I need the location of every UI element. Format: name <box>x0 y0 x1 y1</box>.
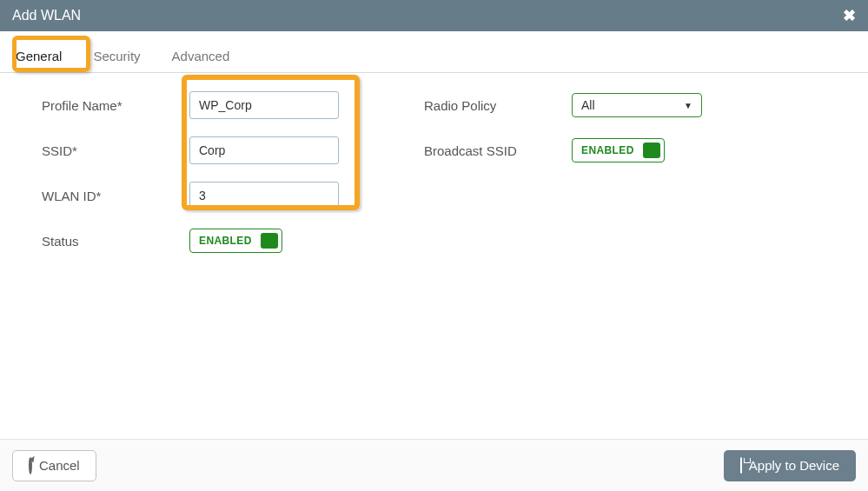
row-ssid: SSID* <box>42 136 398 165</box>
label-broadcast-ssid: Broadcast SSID <box>424 143 572 158</box>
status-toggle[interactable]: ENABLED <box>189 229 282 253</box>
label-status: Status <box>42 234 189 249</box>
tab-security[interactable]: Security <box>77 42 156 72</box>
tab-label: Advanced <box>172 49 230 63</box>
tab-label: General <box>16 49 62 63</box>
select-value: All <box>581 98 595 112</box>
label-profile-name: Profile Name* <box>42 98 189 113</box>
toggle-knob-icon <box>261 233 278 249</box>
form-column-right: Radio Policy All ▼ Broadcast SSID ENABLE… <box>424 90 789 255</box>
close-icon[interactable]: ✖ <box>843 8 856 23</box>
row-wlan-id: WLAN ID* <box>42 181 398 210</box>
tab-advanced[interactable]: Advanced <box>156 42 246 72</box>
tab-label: Security <box>93 49 140 63</box>
label-ssid: SSID* <box>42 143 189 158</box>
titlebar: Add WLAN ✖ <box>0 0 868 31</box>
label-radio-policy: Radio Policy <box>424 98 572 113</box>
broadcast-state: ENABLED <box>581 144 634 156</box>
form-body: Profile Name* SSID* WLAN ID* Status ENAB… <box>0 73 868 255</box>
apply-label: Apply to Device <box>749 458 839 473</box>
profile-name-input[interactable] <box>189 91 339 119</box>
cancel-button[interactable]: Cancel <box>12 450 96 481</box>
apply-button[interactable]: Apply to Device <box>724 450 856 481</box>
undo-icon <box>29 458 32 473</box>
form-column-left: Profile Name* SSID* WLAN ID* Status ENAB… <box>42 90 398 255</box>
dialog-title: Add WLAN <box>12 8 81 23</box>
tab-bar: General Security Advanced <box>0 31 868 73</box>
tab-general[interactable]: General <box>0 42 77 72</box>
row-radio-policy: Radio Policy All ▼ <box>424 90 789 120</box>
row-profile-name: Profile Name* <box>42 90 398 120</box>
wlan-id-input[interactable] <box>189 182 339 209</box>
label-wlan-id: WLAN ID* <box>42 189 189 203</box>
save-icon <box>740 458 742 473</box>
cancel-label: Cancel <box>39 458 80 473</box>
row-status: Status ENABLED <box>42 226 398 255</box>
status-state: ENABLED <box>199 235 252 247</box>
chevron-down-icon: ▼ <box>684 101 692 110</box>
footer-bar: Cancel Apply to Device <box>0 439 868 491</box>
radio-policy-select[interactable]: All ▼ <box>572 93 702 117</box>
toggle-knob-icon <box>643 143 660 158</box>
row-broadcast-ssid: Broadcast SSID ENABLED <box>424 136 789 165</box>
ssid-input[interactable] <box>189 136 339 164</box>
broadcast-ssid-toggle[interactable]: ENABLED <box>572 138 665 163</box>
